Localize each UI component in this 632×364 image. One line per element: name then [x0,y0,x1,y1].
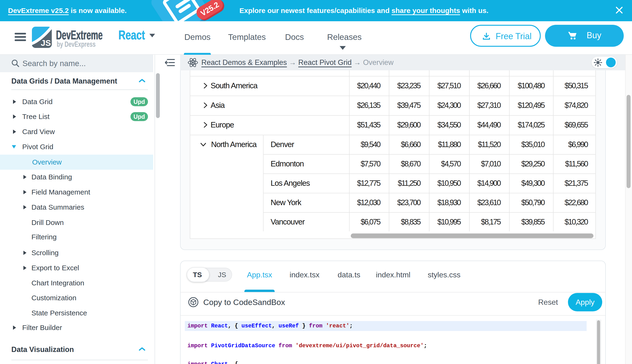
svg-text:JS: JS [41,38,51,48]
